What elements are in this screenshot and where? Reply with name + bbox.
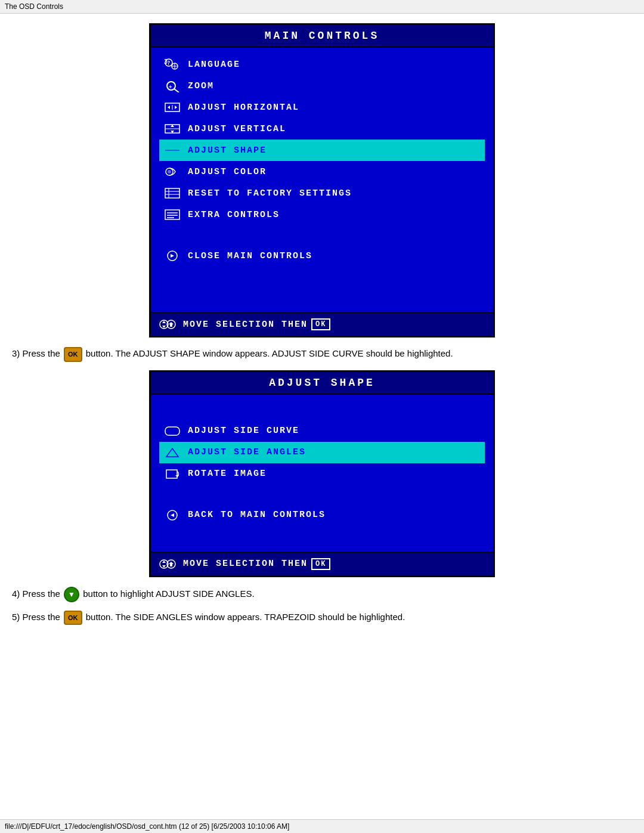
shape-icon [163, 143, 182, 158]
para3-rest: button. The ADJUST SHAPE window appears.… [86, 348, 453, 358]
extra-icon [163, 207, 182, 222]
paragraph-4: 4) Press the ▼ button to highlight ADJUS… [12, 587, 632, 602]
as-empty-row-3 [159, 526, 485, 546]
adjust-shape-label: ADJUST SHAPE [188, 145, 267, 156]
adjust-shape-footer: MOVE SELECTION THEN OK [151, 552, 493, 575]
adjust-shape-body: ADJUST SIDE CURVE ADJUST SIDE ANGLES [151, 395, 493, 552]
as-footer-move-label: MOVE SELECTION THEN [183, 559, 308, 569]
menu-item-language[interactable]: 3 ? LANGUAGE [159, 54, 485, 75]
as-footer-nav-icons [159, 558, 176, 571]
as-nav-icon [159, 558, 176, 571]
top-bar-label: The OSD Controls [5, 2, 63, 11]
menu-item-zoom[interactable]: + ZOOM [159, 75, 485, 97]
para4-rest: button to highlight ADJUST SIDE ANGLES. [83, 588, 254, 598]
language-label: LANGUAGE [188, 60, 240, 70]
svg-marker-44 [162, 565, 166, 568]
para5-prefix: 5) Press the [12, 612, 63, 622]
as-footer-ok-box: OK [311, 558, 330, 570]
paragraph-5: 5) Press the OK button. The SIDE ANGLES … [12, 611, 632, 625]
empty-row-2 [159, 267, 485, 286]
main-controls-body: 3 ? LANGUAGE + [151, 48, 493, 312]
menu-item-back[interactable]: BACK TO MAIN CONTROLS [159, 504, 485, 526]
adjust-vert-label: ADJUST VERTICAL [188, 124, 286, 134]
svg-rect-36 [165, 427, 179, 435]
top-bar: The OSD Controls [0, 0, 644, 14]
svg-line-7 [174, 89, 179, 92]
svg-marker-43 [162, 561, 166, 563]
svg-point-20 [168, 170, 171, 174]
reset-icon [163, 185, 182, 201]
svg-rect-38 [166, 470, 177, 478]
adjust-color-label: ADJUST COLOR [188, 167, 267, 177]
nav-up-down-icon [159, 318, 176, 331]
para3-prefix: 3) Press the [12, 348, 63, 358]
menu-item-close[interactable]: CLOSE MAIN CONTROLS [159, 245, 485, 267]
content: MAIN CONTROLS 3 ? LANGUAGE [0, 14, 644, 643]
back-icon [163, 507, 182, 523]
footer-move-label: MOVE SELECTION THEN [183, 320, 308, 330]
svg-marker-12 [175, 106, 177, 109]
back-label: BACK TO MAIN CONTROLS [188, 510, 326, 520]
svg-marker-30 [171, 254, 174, 258]
bottom-bar: file:///D|/EDFU/crt_17/edoc/english/OSD/… [0, 819, 644, 833]
svg-marker-37 [166, 448, 178, 457]
bottom-bar-label: file:///D|/EDFU/crt_17/edoc/english/OSD/… [5, 822, 289, 831]
side-curve-label: ADJUST SIDE CURVE [188, 426, 299, 436]
paragraph-3: 3) Press the OK button. The ADJUST SHAPE… [12, 347, 632, 362]
adjust-horiz-label: ADJUST HORIZONTAL [188, 103, 299, 113]
main-controls-footer: MOVE SELECTION THEN OK [151, 312, 493, 336]
horiz-icon [163, 100, 182, 115]
footer-nav-icons [159, 318, 176, 331]
reset-label: RESET TO FACTORY SETTINGS [188, 188, 352, 199]
main-controls-screen: MAIN CONTROLS 3 ? LANGUAGE [149, 23, 495, 337]
svg-marker-41 [171, 513, 174, 517]
angles-icon [163, 445, 182, 460]
side-angles-label: ADJUST SIDE ANGLES [188, 447, 306, 457]
zoom-icon: + [163, 78, 182, 94]
rotate-icon [163, 466, 182, 482]
menu-item-rotate[interactable]: ROTATE IMAGE [159, 463, 485, 485]
down-button-inline: ▼ [64, 587, 79, 602]
extra-label: EXTRA CONTROLS [188, 210, 280, 220]
menu-item-side-angles[interactable]: ADJUST SIDE ANGLES [159, 442, 485, 463]
curve-icon [163, 423, 182, 439]
svg-text:+: + [169, 83, 173, 89]
rotate-label: ROTATE IMAGE [188, 469, 267, 479]
svg-marker-32 [162, 321, 166, 323]
color-icon [163, 164, 182, 179]
menu-item-adjust-vert[interactable]: ADJUST VERTICAL [159, 118, 485, 140]
ok-button-inline-3: OK [64, 347, 82, 362]
as-empty-row-2 [159, 485, 485, 504]
para4-prefix: 4) Press the [12, 588, 63, 598]
svg-rect-21 [165, 188, 179, 198]
close-icon [163, 248, 182, 264]
menu-item-adjust-horiz[interactable]: ADJUST HORIZONTAL [159, 97, 485, 118]
footer-ok-box: OK [311, 318, 330, 330]
adjust-shape-title: ADJUST SHAPE [151, 372, 493, 395]
menu-item-adjust-color[interactable]: ADJUST COLOR [159, 161, 485, 182]
svg-marker-11 [168, 106, 170, 109]
para5-rest: button. The SIDE ANGLES window appears. … [86, 612, 405, 622]
svg-text:?: ? [167, 60, 171, 66]
svg-marker-33 [162, 326, 166, 328]
as-empty-row-1 [159, 401, 485, 420]
language-icon: 3 ? [163, 57, 182, 72]
adjust-shape-screen: ADJUST SHAPE ADJUST SIDE CURVE [149, 370, 495, 577]
main-controls-title: MAIN CONTROLS [151, 25, 493, 48]
menu-item-extra[interactable]: EXTRA CONTROLS [159, 204, 485, 225]
empty-row-3 [159, 286, 485, 306]
empty-row-1 [159, 225, 485, 245]
zoom-label: ZOOM [188, 81, 214, 91]
svg-marker-35 [169, 322, 174, 327]
svg-marker-46 [169, 562, 174, 566]
close-label: CLOSE MAIN CONTROLS [188, 251, 312, 261]
menu-item-adjust-shape[interactable]: ADJUST SHAPE [159, 140, 485, 161]
ok-button-inline-5: OK [64, 611, 82, 625]
vert-icon [163, 121, 182, 137]
menu-item-side-curve[interactable]: ADJUST SIDE CURVE [159, 420, 485, 442]
menu-item-reset[interactable]: RESET TO FACTORY SETTINGS [159, 182, 485, 204]
